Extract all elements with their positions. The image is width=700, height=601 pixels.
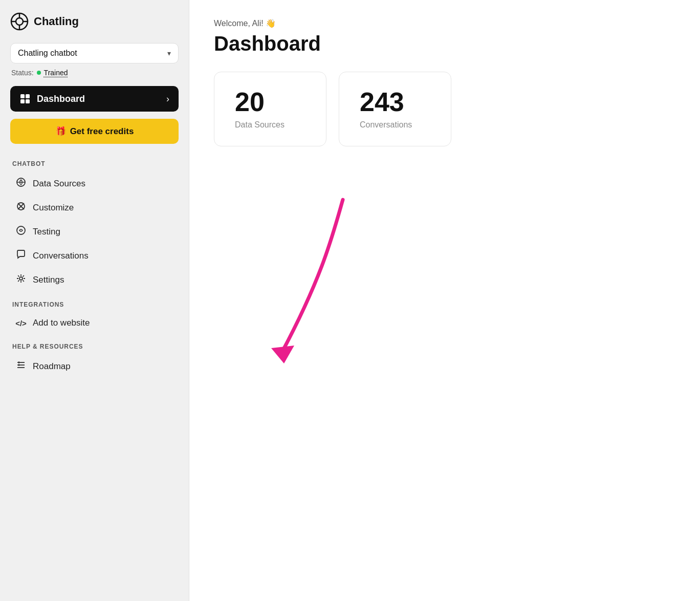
sidebar-item-settings[interactable]: Settings <box>10 268 179 292</box>
chatbot-selector-name: Chatling chatbot <box>18 49 77 58</box>
sidebar: Chatling Chatling chatbot ▾ Status: Trai… <box>0 0 189 601</box>
welcome-text: Welcome, Ali! 👋 <box>214 18 675 28</box>
add-to-website-label: Add to website <box>33 318 90 328</box>
conversations-label: Conversations <box>33 251 89 261</box>
settings-label: Settings <box>33 275 64 285</box>
chatbot-selector[interactable]: Chatling chatbot ▾ <box>10 43 179 63</box>
stat-card-conversations: 243 Conversations <box>339 72 451 146</box>
get-free-credits-button[interactable]: 🎁 Get free credits <box>10 119 179 144</box>
svg-rect-9 <box>26 99 30 103</box>
gift-icon: 🎁 <box>55 126 66 137</box>
status-trained-label: Trained <box>44 69 68 77</box>
svg-point-16 <box>19 277 23 280</box>
status-dot-icon <box>37 71 41 75</box>
app-name: Chatling <box>34 15 79 28</box>
data-sources-icon <box>15 177 27 190</box>
sidebar-item-dashboard[interactable]: Dashboard › <box>10 86 179 112</box>
section-integrations-label: INTEGRATIONS <box>10 301 179 308</box>
arrow-annotation <box>230 195 384 371</box>
status-row: Status: Trained <box>10 69 179 77</box>
svg-rect-7 <box>26 94 30 98</box>
testing-icon <box>15 225 27 238</box>
roadmap-label: Roadmap <box>33 361 71 372</box>
svg-marker-22 <box>271 346 294 363</box>
customize-label: Customize <box>33 203 74 213</box>
sidebar-item-add-to-website[interactable]: </> Add to website <box>10 312 179 334</box>
stat-number-conversations: 243 <box>360 89 430 115</box>
svg-rect-8 <box>20 99 25 103</box>
chatling-logo-icon <box>10 12 29 31</box>
testing-label: Testing <box>33 227 60 237</box>
stat-card-data-sources: 20 Data Sources <box>214 72 326 146</box>
stats-row: 20 Data Sources 243 Conversations <box>214 72 675 146</box>
dashboard-icon <box>19 93 31 104</box>
sidebar-item-roadmap[interactable]: Roadmap <box>10 354 179 378</box>
add-to-website-icon: </> <box>15 319 27 328</box>
page-title: Dashboard <box>214 32 675 55</box>
stat-label-data-sources: Data Sources <box>235 120 305 130</box>
dashboard-nav-arrow-icon: › <box>166 94 169 104</box>
roadmap-icon <box>15 360 27 373</box>
settings-icon <box>15 273 27 286</box>
sidebar-item-customize[interactable]: Customize <box>10 196 179 220</box>
stat-number-data-sources: 20 <box>235 89 305 115</box>
sidebar-item-data-sources[interactable]: Data Sources <box>10 171 179 196</box>
chevron-down-icon: ▾ <box>167 49 171 57</box>
sidebar-item-testing[interactable]: Testing <box>10 220 179 244</box>
svg-rect-6 <box>20 94 25 98</box>
main-content: Welcome, Ali! 👋 Dashboard 20 Data Source… <box>189 0 700 601</box>
customize-icon <box>15 201 27 214</box>
logo-area: Chatling <box>10 12 179 31</box>
section-chatbot-label: CHATBOT <box>10 160 179 167</box>
get-credits-label: Get free credits <box>70 126 134 137</box>
stat-label-conversations: Conversations <box>360 120 430 130</box>
sidebar-item-conversations[interactable]: Conversations <box>10 244 179 268</box>
conversations-icon <box>15 249 27 262</box>
section-help-label: HELP & RESOURCES <box>10 343 179 350</box>
dashboard-nav-label: Dashboard <box>37 94 85 104</box>
data-sources-label: Data Sources <box>33 179 85 189</box>
status-label: Status: <box>11 69 34 77</box>
svg-point-1 <box>16 18 23 25</box>
svg-point-15 <box>17 226 25 234</box>
